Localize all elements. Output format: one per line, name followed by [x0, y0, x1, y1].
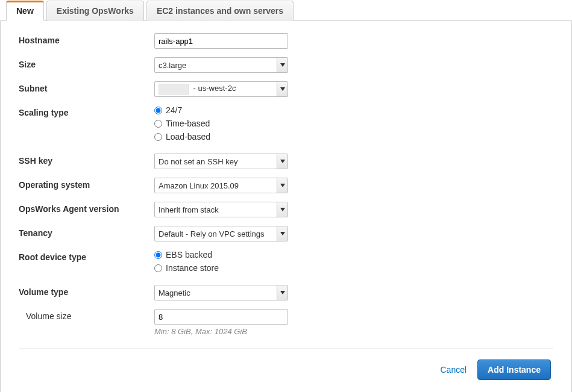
tab-new[interactable]: New	[6, 1, 44, 21]
label-subnet: Subnet	[19, 81, 154, 93]
agent-version-select[interactable]: Inherit from stack	[154, 202, 288, 217]
tab-existing-opsworks[interactable]: Existing OpsWorks	[46, 1, 144, 21]
label-volume-size: Volume size	[19, 309, 154, 321]
scaling-247-radio[interactable]: 24/7	[154, 105, 210, 115]
chevron-down-icon	[277, 58, 288, 72]
chevron-down-icon	[277, 154, 288, 169]
svg-marker-0	[280, 63, 285, 67]
root-device-ebs-radio[interactable]: EBS backed	[154, 250, 219, 260]
scaling-load-based-radio[interactable]: Load-based	[154, 132, 210, 142]
subnet-redacted-chip	[159, 84, 189, 95]
volume-size-hint: Min: 8 GiB, Max: 1024 GiB	[154, 327, 288, 336]
label-scaling-type: Scaling type	[19, 105, 154, 117]
tab-ec2-own-servers[interactable]: EC2 instances and own servers	[146, 1, 294, 21]
os-select[interactable]: Amazon Linux 2015.09	[154, 178, 288, 193]
chevron-down-icon	[277, 226, 288, 241]
label-tenancy: Tenancy	[19, 226, 154, 238]
ssh-key-select[interactable]: Do not set an SSH key	[154, 154, 288, 169]
svg-marker-5	[280, 232, 285, 235]
volume-type-select[interactable]: Magnetic	[154, 285, 288, 300]
chevron-down-icon	[277, 285, 288, 300]
svg-marker-6	[280, 291, 285, 294]
hostname-input[interactable]	[154, 33, 288, 49]
size-select[interactable]: c3.large	[154, 57, 288, 73]
divider	[19, 348, 553, 349]
chevron-down-icon	[277, 82, 288, 96]
label-volume-type: Volume type	[19, 285, 154, 297]
chevron-down-icon	[277, 178, 288, 193]
label-operating-system: Operating system	[19, 178, 154, 190]
tabs: New Existing OpsWorks EC2 instances and …	[0, 0, 572, 21]
subnet-select[interactable]: - us-west-2c	[154, 81, 288, 97]
new-instance-form: Hostname Size c3.large Subnet - us-west-…	[0, 21, 572, 392]
scaling-time-based-radio[interactable]: Time-based	[154, 119, 210, 128]
chevron-down-icon	[277, 202, 288, 217]
label-agent-version: OpsWorks Agent version	[19, 202, 154, 214]
svg-marker-1	[280, 87, 285, 91]
label-hostname: Hostname	[19, 33, 154, 45]
label-size: Size	[19, 57, 154, 69]
label-ssh-key: SSH key	[19, 154, 154, 166]
svg-marker-3	[280, 184, 285, 187]
label-root-device: Root device type	[19, 250, 154, 262]
root-device-instance-store-radio[interactable]: Instance store	[154, 263, 219, 273]
volume-size-input[interactable]	[154, 309, 288, 325]
svg-marker-4	[280, 208, 285, 211]
tenancy-select[interactable]: Default - Rely on VPC settings	[154, 226, 288, 241]
cancel-button[interactable]: Cancel	[441, 365, 467, 375]
svg-marker-2	[280, 160, 285, 163]
add-instance-button[interactable]: Add Instance	[477, 359, 551, 380]
